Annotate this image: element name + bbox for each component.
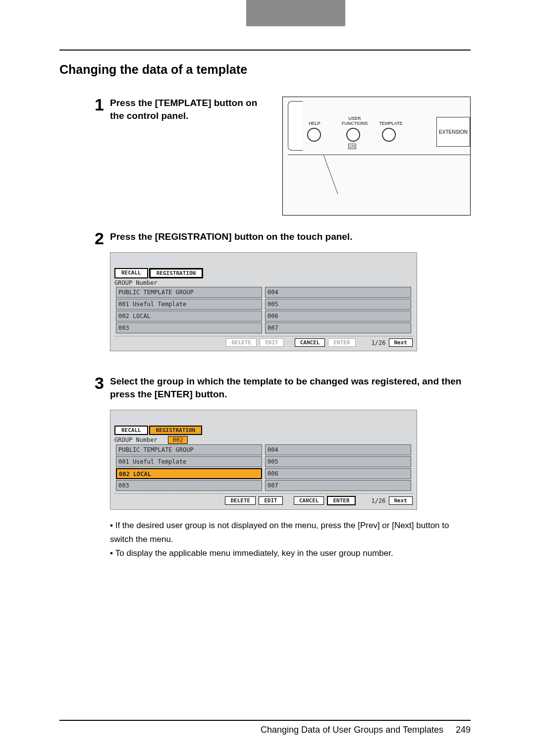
list-item[interactable]: PUBLIC TEMPLATE GROUP	[116, 287, 262, 298]
delete-button[interactable]: DELETE	[225, 496, 256, 505]
user-functions-button[interactable]	[346, 128, 360, 142]
note-item: If the desired user group is not display…	[110, 519, 471, 546]
notes-list: If the desired user group is not display…	[110, 519, 471, 560]
list-item[interactable]: 006	[265, 311, 411, 322]
step-number: 1	[89, 97, 104, 112]
list-item[interactable]: 005	[265, 456, 411, 467]
group-list: PUBLIC TEMPLATE GROUP 004 001 Useful Tem…	[114, 286, 413, 334]
list-item-selected[interactable]: 002 LOCAL	[116, 468, 262, 479]
screen-title: Select a GROUP	[114, 414, 413, 426]
extension-button[interactable]: EXTENSION	[436, 117, 470, 147]
next-button[interactable]: Next	[389, 338, 413, 347]
step-1: 1 Press the [TEMPLATE] button on the con…	[89, 97, 471, 216]
cancel-button[interactable]: CANCEL	[295, 338, 325, 347]
control-panel-illustration: HELP USER FUNCTIONS 123 TEMPLATE EXTENSI…	[282, 97, 471, 216]
edit-button[interactable]: EDIT	[260, 338, 284, 347]
group-number-value: 002	[168, 436, 188, 444]
template-button[interactable]	[382, 128, 396, 142]
cancel-button[interactable]: CANCEL	[294, 496, 324, 505]
section-title: Changing the data of a template	[59, 62, 471, 77]
help-label: HELP	[305, 121, 324, 126]
step-3: 3 Select the group in which the template…	[89, 375, 471, 560]
list-item[interactable]: 004	[265, 444, 411, 455]
enter-button[interactable]: ENTER	[328, 338, 355, 347]
group-list: PUBLIC TEMPLATE GROUP 004 001 Useful Tem…	[114, 444, 413, 491]
tab-registration[interactable]: REGISTRATION	[149, 268, 203, 278]
template-label: TEMPLATE	[376, 121, 406, 126]
action-row: DELETE EDIT CANCEL ENTER 1/26 Next	[114, 493, 413, 505]
step-3-text: Select the group in which the template t…	[110, 375, 471, 401]
pager: 1/26	[372, 497, 386, 504]
list-item[interactable]: PUBLIC TEMPLATE GROUP	[116, 444, 262, 455]
footer-text: Changing Data of User Groups and Templat…	[261, 725, 443, 735]
help-button[interactable]	[307, 128, 321, 142]
enter-button[interactable]: ENTER	[327, 496, 355, 505]
edit-button[interactable]: EDIT	[259, 496, 283, 505]
step-number: 2	[89, 230, 104, 246]
step-number: 3	[89, 375, 104, 391]
header-gray-tab	[246, 0, 345, 26]
user-functions-label: USER FUNCTIONS	[337, 116, 372, 126]
delete-button[interactable]: DELETE	[226, 338, 257, 347]
rule-top	[59, 50, 471, 51]
note-item: To display the applicable menu immediate…	[110, 546, 471, 560]
step-2-text: Press the [REGISTRATION] button on the t…	[110, 230, 471, 243]
group-number-label: GROUP Number 002	[114, 436, 413, 444]
list-item[interactable]: 003	[116, 480, 262, 491]
step-1-text: Press the [TEMPLATE] button on the contr…	[110, 97, 262, 122]
list-item[interactable]: 001 Useful Template	[116, 456, 262, 467]
action-row: DELETE EDIT CANCEL ENTER 1/26 Next	[114, 336, 413, 347]
group-number-label: GROUP Number	[114, 279, 413, 286]
pager: 1/26	[372, 339, 386, 346]
tab-registration[interactable]: REGISTRATION	[149, 426, 202, 435]
list-item[interactable]: 005	[265, 299, 411, 310]
list-item[interactable]: 007	[265, 323, 411, 333]
page-footer: Changing Data of User Groups and Templat…	[59, 720, 471, 735]
list-item[interactable]: 001 Useful Template	[116, 299, 262, 310]
list-item[interactable]: 004	[265, 287, 411, 298]
list-item[interactable]: 006	[265, 468, 411, 479]
next-button[interactable]: Next	[389, 496, 413, 505]
num-indicator: 123	[348, 144, 356, 149]
list-item[interactable]: 002 LOCAL	[116, 311, 262, 322]
touch-screen-1: Select a GROUP RECALL REGISTRATION GROUP…	[110, 252, 417, 351]
page-number: 249	[456, 725, 471, 735]
touch-screen-2: Select a GROUP RECALL REGISTRATION GROUP…	[110, 410, 417, 510]
tab-recall[interactable]: RECALL	[114, 268, 148, 278]
step-2: 2 Press the [REGISTRATION] button on the…	[89, 230, 471, 360]
screen-title: Select a GROUP	[114, 257, 413, 268]
list-item[interactable]: 003	[116, 323, 262, 333]
list-item[interactable]: 007	[265, 480, 411, 491]
tab-recall[interactable]: RECALL	[114, 426, 148, 435]
